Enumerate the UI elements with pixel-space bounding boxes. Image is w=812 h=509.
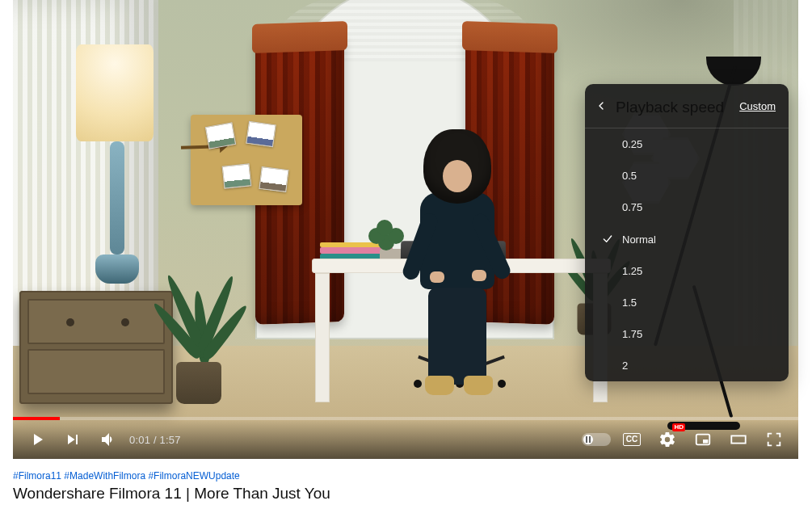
time-current: 0:01 xyxy=(129,434,150,446)
video-hashtags[interactable]: #Filmora11 #MadeWithFilmora #FilmoraNEWU… xyxy=(13,470,799,482)
fullscreen-button[interactable] xyxy=(759,425,789,454)
playback-speed-menu[interactable]: Playback speed Custom 0.250.50.75Normal1… xyxy=(585,84,789,381)
speed-option[interactable]: 2 xyxy=(585,350,789,381)
chevron-left-icon[interactable] xyxy=(593,98,609,114)
theater-mode-button[interactable] xyxy=(724,425,753,454)
speed-option-label: 1.75 xyxy=(622,328,642,340)
speed-option-label: Normal xyxy=(622,233,656,246)
svg-rect-0 xyxy=(586,436,587,443)
playback-speed-title: Playback speed xyxy=(616,99,724,116)
check-icon xyxy=(601,233,614,246)
next-button[interactable] xyxy=(58,425,87,454)
speed-option-label: 0.25 xyxy=(622,138,642,150)
svg-rect-3 xyxy=(703,440,708,444)
time-display: 0:01 / 1:57 xyxy=(129,434,181,446)
playback-speed-custom-link[interactable]: Custom xyxy=(739,100,776,112)
captions-button[interactable]: CC xyxy=(617,425,646,454)
autoplay-toggle[interactable] xyxy=(582,425,611,454)
speed-option[interactable]: Normal xyxy=(585,223,789,255)
playback-speed-header[interactable]: Playback speed Custom xyxy=(585,84,789,128)
video-player[interactable]: Playback speed Custom 0.250.50.75Normal1… xyxy=(13,0,798,459)
below-player: #Filmora11 #MadeWithFilmora #FilmoraNEWU… xyxy=(13,465,799,503)
time-total: 1:57 xyxy=(160,434,181,446)
speed-option[interactable]: 1.5 xyxy=(585,287,789,318)
speed-option-label: 1.25 xyxy=(622,265,642,277)
speed-option[interactable]: 0.5 xyxy=(585,160,789,191)
settings-button[interactable]: HD xyxy=(653,425,682,454)
speed-option[interactable]: 0.25 xyxy=(585,128,789,160)
speed-option-label: 1.5 xyxy=(622,297,637,309)
miniplayer-button[interactable] xyxy=(688,425,717,454)
cc-icon: CC xyxy=(623,433,641,446)
svg-rect-4 xyxy=(731,435,745,443)
speed-option-label: 0.5 xyxy=(622,170,637,182)
speed-option[interactable]: 1.75 xyxy=(585,318,789,350)
autoplay-pill xyxy=(582,433,611,446)
volume-button[interactable] xyxy=(94,425,123,454)
player-controls: 0:01 / 1:57 CC HD xyxy=(13,420,798,459)
speed-option-label: 2 xyxy=(622,360,628,372)
svg-rect-1 xyxy=(589,436,591,443)
play-button[interactable] xyxy=(23,425,52,454)
playback-speed-options: 0.250.50.75Normal1.251.51.752 xyxy=(585,128,789,381)
hd-badge: HD xyxy=(672,423,685,431)
speed-option[interactable]: 1.25 xyxy=(585,255,789,287)
speed-option-label: 0.75 xyxy=(622,201,642,213)
speed-option[interactable]: 0.75 xyxy=(585,191,789,223)
time-separator: / xyxy=(150,434,159,446)
video-title: Wondershare Filmora 11 | More Than Just … xyxy=(13,485,799,503)
